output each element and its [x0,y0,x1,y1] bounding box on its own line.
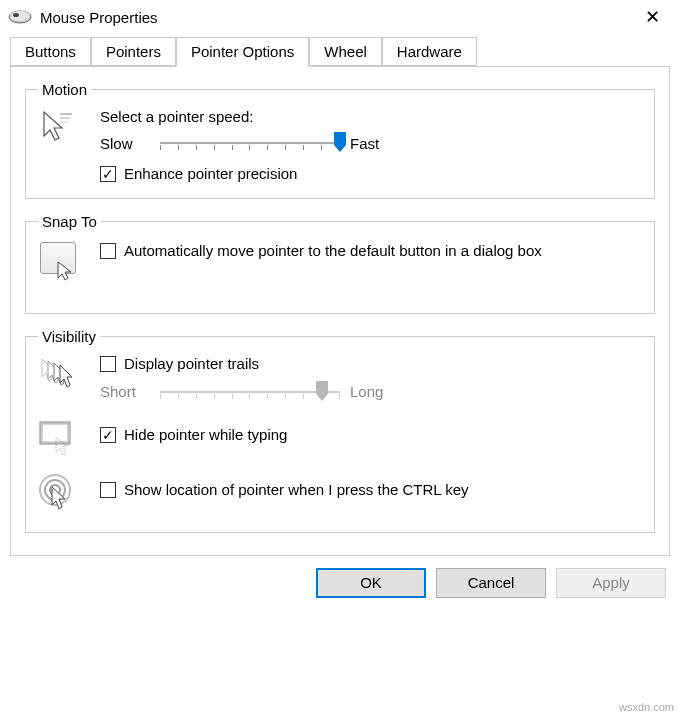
pointer-speed-thumb[interactable] [333,131,347,153]
ok-button[interactable]: OK [316,568,426,598]
pointer-speed-slider[interactable]: Slow Fast [100,131,642,155]
tab-wheel[interactable]: Wheel [309,37,382,66]
group-visibility-legend: Visibility [38,328,100,345]
ctrl-locate-label: Show location of pointer when I press th… [124,481,469,500]
pointer-trails-thumb [315,380,329,402]
hide-pointer-label: Hide pointer while typing [124,426,287,445]
group-snap-legend: Snap To [38,213,101,230]
titlebar: Mouse Properties ✕ [0,0,680,32]
svg-rect-4 [42,424,68,442]
tab-pointers[interactable]: Pointers [91,37,176,66]
tab-pointer-options[interactable]: Pointer Options [176,37,309,67]
group-motion: Motion Select a pointer speed: Slow [25,81,655,199]
pointer-trails-slider: Short Long [100,380,642,404]
tab-buttons[interactable]: Buttons [10,37,91,66]
pointer-speed-prompt: Select a pointer speed: [100,108,642,125]
group-snap-to: Snap To Automatically move pointer to th… [25,213,655,314]
svg-point-2 [13,13,19,17]
ctrl-locate-checkbox[interactable] [100,482,116,498]
pointer-speed-icon [38,108,100,149]
hide-pointer-icon [38,420,100,459]
watermark: wsxdn.com [619,701,674,713]
mouse-icon [8,10,32,24]
pointer-trails-checkbox[interactable] [100,356,116,372]
pointer-trails-label: Display pointer trails [124,355,259,374]
hide-pointer-checkbox[interactable]: ✓ [100,427,116,443]
snap-to-label: Automatically move pointer to the defaul… [124,242,548,261]
tab-content-pointer-options: Motion Select a pointer speed: Slow [10,67,670,556]
snap-to-icon [38,240,100,299]
tab-hardware[interactable]: Hardware [382,37,477,66]
group-visibility: Visibility Display pointer trails Short [25,328,655,533]
ctrl-locate-icon [38,473,100,516]
window-title: Mouse Properties [40,9,632,26]
enhance-precision-label: Enhance pointer precision [124,165,297,184]
pointer-trails-icon [38,355,100,394]
cancel-button[interactable]: Cancel [436,568,546,598]
slider-slow-label: Slow [100,135,150,152]
dialog-buttons: OK Cancel Apply [0,568,680,608]
slider-fast-label: Fast [350,135,400,152]
snap-to-checkbox[interactable] [100,243,116,259]
svg-point-1 [10,11,30,21]
apply-button: Apply [556,568,666,598]
enhance-precision-checkbox[interactable]: ✓ [100,166,116,182]
slider-short-label: Short [100,383,150,400]
tabstrip: Buttons Pointers Pointer Options Wheel H… [10,36,670,67]
group-motion-legend: Motion [38,81,91,98]
slider-long-label: Long [350,383,400,400]
close-button[interactable]: ✕ [632,6,672,28]
